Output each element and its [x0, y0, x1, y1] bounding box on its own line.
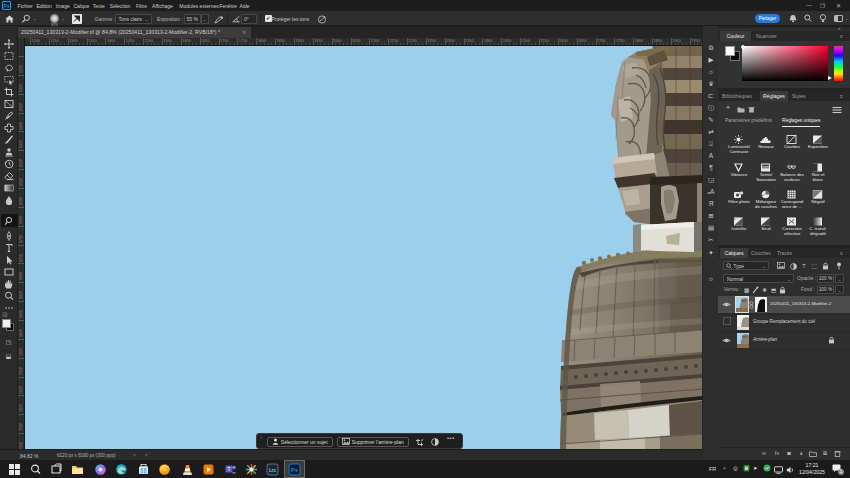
- svg-text:Lrc: Lrc: [269, 467, 276, 473]
- svg-text:Ps: Ps: [291, 467, 298, 473]
